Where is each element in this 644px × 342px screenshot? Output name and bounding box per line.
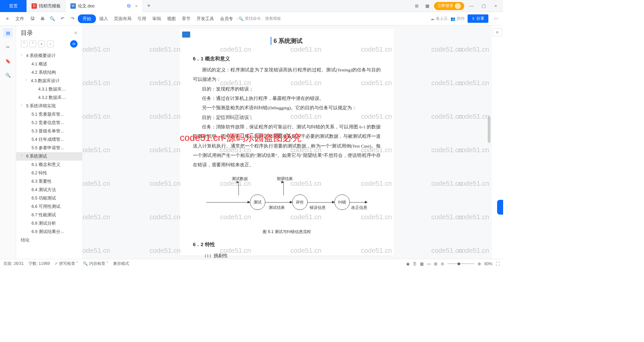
outline-item[interactable]: 6.3 重要性 (16, 177, 82, 186)
expand-all-button[interactable]: ˄ (30, 41, 36, 47)
close-button[interactable]: × (491, 3, 500, 8)
page: 6 系统测试 6．1 概念和意义 测试的定义：程序测试是为了发现错误而执行程序的… (179, 29, 394, 255)
bookmark-icon[interactable]: 🔖 (3, 56, 13, 66)
spellcheck-button[interactable]: ✓ 拼写检查 ˅ (55, 261, 78, 267)
collapse-all-button[interactable]: ˅ (21, 41, 28, 47)
zoom-in-button[interactable]: ⊕ (478, 262, 481, 266)
heading-6-2: 6．2 特性 (193, 241, 381, 248)
panel-close-icon[interactable]: × (74, 30, 77, 37)
view-mode-5[interactable]: ⊞ (434, 262, 437, 266)
command-search[interactable]: 🔍查找命令、搜索模板 (238, 16, 281, 21)
watermark: code51.cn (83, 46, 110, 53)
tab-template[interactable]: D找稻壳模板 (27, 0, 66, 12)
scrollbar-thumb[interactable] (488, 116, 490, 143)
outline-item[interactable]: 6.6 可用性测试 (16, 203, 82, 211)
outline-item[interactable]: 结论 (16, 236, 82, 244)
outline-title: 目录 (21, 29, 33, 37)
side-feedback-tab[interactable] (497, 200, 503, 215)
collab-button[interactable]: 👥协作 (450, 16, 465, 21)
outline-item[interactable]: 6.7 性能测试 (16, 211, 82, 219)
outline-item[interactable]: 4.1 概述 (16, 60, 82, 68)
remove-heading-button[interactable]: − (47, 41, 54, 47)
outline-item[interactable]: 5.1 竞赛题库管… (16, 110, 82, 119)
document-area[interactable]: code51.cncode51.cncode51.cncode51.cncode… (83, 25, 491, 259)
menu-file[interactable]: 文件 (13, 14, 27, 23)
tab-add-button[interactable]: + (143, 2, 155, 9)
outline-item[interactable]: 5.5 参赛申请管… (16, 144, 82, 152)
zoom-level[interactable]: 80% (484, 262, 492, 266)
collab-icon: 👥 (450, 16, 455, 21)
watermark: code51.cn (83, 213, 110, 221)
hamburger-icon[interactable]: ≡ (3, 14, 12, 23)
outline-item[interactable]: 4.3.2 数据库… (16, 94, 82, 102)
tab-close-icon[interactable]: × (135, 3, 138, 9)
menu-dev[interactable]: 开发工具 (194, 14, 217, 23)
outline-item[interactable]: 5.3 晋级名单管… (16, 127, 82, 135)
more-icon[interactable]: ⋯ (491, 14, 500, 23)
outline-item[interactable]: 6.5 功能测试 (16, 194, 82, 203)
paragraph: 目的：发现程序的错误； (193, 84, 381, 94)
menu-view[interactable]: 视图 (164, 14, 178, 23)
add-heading-button[interactable]: + (38, 41, 45, 47)
undo-icon[interactable]: ↶ (58, 14, 67, 23)
save-icon[interactable]: 🖫 (28, 14, 37, 23)
word-count[interactable]: 字数: 11969 (29, 261, 50, 267)
menu-member[interactable]: 会员专 (217, 14, 236, 23)
cloud-status[interactable]: ☁未上云 (430, 16, 448, 21)
menu-chapter[interactable]: 章节 (179, 14, 193, 23)
outline-item[interactable]: ˅6 系统测试 (16, 152, 82, 161)
layout-icon[interactable]: ⊞ (413, 2, 421, 10)
zoom-out-button[interactable]: ⊖ (441, 262, 444, 266)
menu-insert[interactable]: 插入 (97, 14, 111, 23)
outline-item[interactable]: 5.2 竞赛信息管… (16, 119, 82, 127)
tab-device-icon[interactable]: ⧉ (127, 3, 130, 9)
outline-item[interactable]: 4.2 系统结构 (16, 68, 82, 77)
watermark: code51.cn (431, 247, 462, 254)
minimize-button[interactable]: — (467, 3, 476, 8)
watermark: code51.cn (458, 46, 489, 53)
menu-layout[interactable]: 页面布局 (111, 14, 134, 23)
outline-item[interactable]: 6.2 特性 (16, 169, 82, 177)
paragraph: 测试的定义：程序测试是为了发现错误而执行程序的过程。测试(Testing)的任务… (193, 65, 381, 84)
view-mode-2[interactable]: ☰ (413, 262, 417, 266)
compat-mode[interactable]: 兼容模式 (113, 261, 129, 267)
menu-review[interactable]: 审阅 (150, 14, 164, 23)
menu-start[interactable]: 开始 (78, 14, 96, 23)
outline-item[interactable]: ˅4 系统概要设计 (16, 52, 82, 60)
right-panel-toggle[interactable]: ≡ (493, 28, 502, 36)
tab-document[interactable]: W论文.doc⧉× (66, 0, 143, 12)
content-check-button[interactable]: 🔍 内容检查 ˅ (83, 261, 108, 267)
view-mode-3[interactable]: ▦ (420, 262, 424, 266)
ribbon: ≡ 文件 🖫 🖶 🔍 ↶ ↷ 开始 插入 页面布局 引用 审阅 视图 章节 开发… (0, 12, 503, 25)
menu-ref[interactable]: 引用 (135, 14, 149, 23)
search-rail-icon[interactable]: 🔍 (3, 70, 13, 80)
watermark: code51.cn (150, 113, 180, 120)
view-mode-1[interactable]: ◉ (406, 262, 410, 266)
outline-item[interactable]: 4.3.1 数据库… (16, 85, 82, 94)
sync-icon[interactable]: ⟳ (70, 40, 77, 48)
preview-icon[interactable]: 🔍 (48, 14, 57, 23)
maximize-button[interactable]: ▢ (479, 3, 488, 8)
outline-item[interactable]: ˅5 系统详细实现 (16, 102, 82, 110)
page-marker-icon (182, 32, 190, 38)
view-mode-4[interactable]: ▭ (427, 262, 431, 266)
clip-icon[interactable]: ✂ (3, 42, 13, 52)
outline-item[interactable]: ˅4.3.数据库设计 (16, 77, 82, 85)
outline-item[interactable]: 6.8 测试分析 (16, 219, 82, 228)
outline-item[interactable]: 6.4 测试方法 (16, 186, 82, 194)
share-button[interactable]: ⇧分享 (468, 14, 488, 23)
outline-item[interactable]: 6.9 测试结果分… (16, 228, 82, 236)
redo-icon[interactable]: ↷ (68, 14, 77, 23)
outline-item[interactable]: 6.1 概念和意义 (16, 161, 82, 169)
outline-icon[interactable]: ▤ (3, 28, 13, 38)
login-button[interactable]: 立即登录 (434, 2, 464, 10)
watermark: code51.cn (83, 79, 110, 87)
cloud-icon: ☁ (430, 16, 434, 21)
outline-item[interactable]: 5.4 往年成绩管… (16, 135, 82, 144)
grid-icon[interactable]: ▦ (423, 2, 431, 10)
search-icon: 🔍 (238, 16, 244, 21)
print-icon[interactable]: 🖶 (38, 14, 47, 23)
tab-home[interactable]: 首页 (0, 0, 27, 12)
page-indicator[interactable]: 页面: 26/31 (3, 261, 24, 267)
fullscreen-button[interactable]: ⛶ (496, 262, 500, 266)
